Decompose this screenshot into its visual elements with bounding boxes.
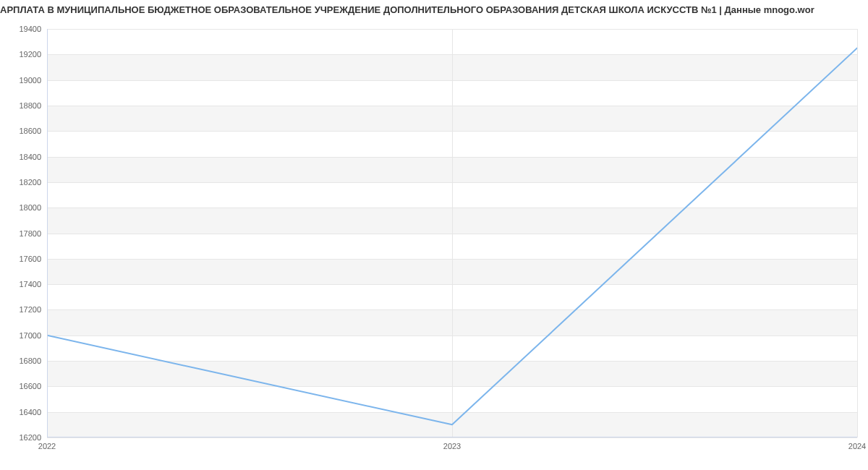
y-tick-label: 18400: [19, 153, 41, 161]
series-line-svg: [47, 29, 857, 437]
y-tick-label: 16200: [19, 433, 41, 442]
y-tick-label: 19000: [19, 76, 41, 85]
x-tick-label: 2024: [848, 442, 866, 450]
y-tick-label: 17800: [19, 229, 41, 238]
y-tick-label: 18800: [19, 101, 41, 110]
y-tick-label: 17600: [19, 255, 41, 263]
x-tick-label: 2022: [38, 442, 56, 450]
y-tick-label: 17000: [19, 331, 41, 340]
y-tick-label: 18600: [19, 127, 41, 135]
x-axis-line: [47, 437, 857, 437]
y-tick-label: 18200: [19, 178, 41, 187]
x-tick-label: 2023: [443, 442, 461, 450]
gridline-v: [857, 29, 858, 437]
y-tick-label: 19400: [19, 25, 41, 33]
y-tick-label: 16400: [19, 408, 41, 416]
y-tick-label: 16600: [19, 382, 41, 390]
y-tick-label: 17400: [19, 280, 41, 289]
series-line: [47, 48, 857, 424]
y-tick-label: 17200: [19, 305, 41, 314]
y-tick-label: 19200: [19, 50, 41, 59]
chart-title: АРПЛАТА В МУНИЦИПАЛЬНОЕ БЮДЖЕТНОЕ ОБРАЗО…: [0, 4, 868, 15]
gridline-h: [47, 437, 857, 438]
y-tick-label: 18000: [19, 203, 41, 212]
plot-area: 1620016400166001680017000172001740017600…: [47, 29, 857, 437]
y-axis-line: [47, 29, 48, 437]
y-tick-label: 16800: [19, 356, 41, 365]
